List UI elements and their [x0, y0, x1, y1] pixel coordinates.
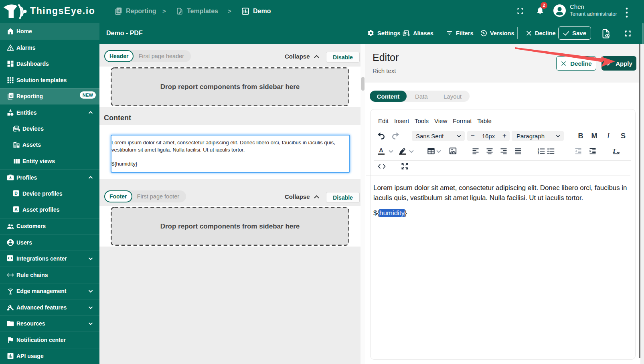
- svg-text:A: A: [14, 207, 18, 212]
- svg-text:A: A: [379, 147, 383, 154]
- svg-text:2: 2: [543, 3, 545, 8]
- svg-text:T: T: [612, 148, 616, 154]
- svg-text:D: D: [14, 191, 18, 196]
- svg-text:3: 3: [538, 152, 539, 155]
